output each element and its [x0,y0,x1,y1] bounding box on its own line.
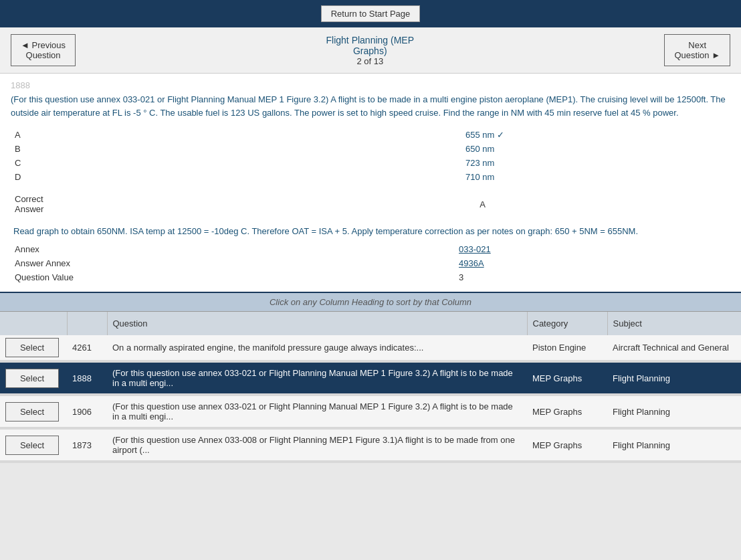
answer-value: 710 nm [463,171,729,183]
row-category: MEP Graphs [527,395,607,428]
col-header-id[interactable] [0,312,67,335]
correct-answer-label: Correct Answer [12,193,46,215]
question-value-label: Question Value [12,271,146,284]
answer-letter: D [12,171,32,183]
answer-value: 723 nm [463,157,729,169]
question-title-area: Flight Planning (MEP Graphs) 2 of 13 [326,35,415,66]
row-id: 1873 [67,428,107,462]
answer-annex-link[interactable]: 4936A [459,258,484,268]
prev-arrow: ◄ [21,40,29,50]
table-row: Select 4261 On a normally aspirated engi… [0,335,741,361]
row-select-cell: Select [0,395,67,428]
col-header-subject[interactable]: Subject [607,312,741,335]
col-header-question[interactable]: Question [107,312,527,335]
row-subject: Aircraft Technical and General [607,335,741,361]
answer-letter: C [12,157,32,169]
row-question: (For this question use annex 033-021 or … [107,395,527,428]
answer-row: A 655 nm ✓ [12,128,729,141]
select-button[interactable]: Select [5,402,59,422]
question-id: 1888 [11,80,730,90]
sort-bar: Click on any Column Heading to sort by t… [0,293,741,312]
answer-value: 650 nm [463,143,729,155]
annex-link[interactable]: 033-021 [459,244,491,254]
row-select-cell: Select [0,361,67,395]
question-text: (For this question use annex 033-021 or … [11,93,730,119]
row-question: On a normally aspirated engine, the mani… [107,335,527,361]
header: ◄ PreviousQuestion Flight Planning (MEP … [0,27,741,74]
answer-annex-label: Answer Annex [12,257,146,270]
table-row: Select 1873 (For this question use Annex… [0,428,741,462]
row-category: Piston Engine [527,335,607,361]
correct-answer-area: Correct Answer A [11,191,730,217]
select-button[interactable]: Select [5,369,59,388]
answer-annex-row: Answer Annex 4936A [12,257,729,270]
question-area: 1888 (For this question use annex 033-02… [0,74,741,293]
row-id: 1888 [67,361,107,395]
next-arrow: ► [712,50,720,60]
table-body: Select 4261 On a normally aspirated engi… [0,335,741,462]
row-id: 4261 [67,335,107,361]
return-to-start-button[interactable]: Return to Start Page [321,5,421,22]
answers-table: A 655 nm ✓ B 650 nm C 723 nm D 710 nm [11,127,730,185]
annex-info-table: Annex 033-021 Answer Annex 4936A Questio… [11,242,730,285]
table-row: Select 1906 (For this question use annex… [0,395,741,428]
explanation-text: Read graph to obtain 650NM. ISA temp at … [11,223,730,239]
question-title-line2: Graphs) [326,45,415,56]
top-bar: Return to Start Page [0,0,741,27]
row-question: (For this question use Annex 033-008 or … [107,428,527,462]
answer-row: C 723 nm [12,157,729,169]
question-value: 3 [456,271,729,284]
col-header-category[interactable]: Category [527,312,607,335]
col-header-blank [67,312,107,335]
answer-row: D 710 nm [12,171,729,183]
row-subject: Flight Planning [607,361,741,395]
row-select-cell: Select [0,428,67,462]
answer-row: B 650 nm [12,143,729,155]
row-subject: Flight Planning [607,395,741,428]
row-question: (For this question use annex 033-021 or … [107,361,527,395]
row-select-cell: Select [0,335,67,361]
question-value-row: Question Value 3 [12,271,729,284]
question-title-line1: Flight Planning (MEP [326,35,415,45]
answer-letter: A [12,128,32,141]
row-subject: Flight Planning [607,428,741,462]
annex-row: Annex 033-021 [12,243,729,256]
answer-value: 655 nm ✓ [463,128,729,141]
row-category: MEP Graphs [527,428,607,462]
select-button[interactable]: Select [5,338,59,357]
next-question-button[interactable]: NextQuestion ► [664,34,730,66]
annex-label: Annex [12,243,146,256]
previous-question-button[interactable]: ◄ PreviousQuestion [11,34,76,66]
questions-table: Question Category Subject Select 4261 On… [0,312,741,463]
answer-letter: B [12,143,32,155]
correct-answer-value: A [477,193,729,215]
question-counter: 2 of 13 [326,56,415,66]
row-id: 1906 [67,395,107,428]
table-header: Question Category Subject [0,312,741,335]
table-row: Select 1888 (For this question use annex… [0,361,741,395]
correct-answer-row: Correct Answer A [12,193,729,215]
row-category: MEP Graphs [527,361,607,395]
select-button[interactable]: Select [5,436,59,455]
